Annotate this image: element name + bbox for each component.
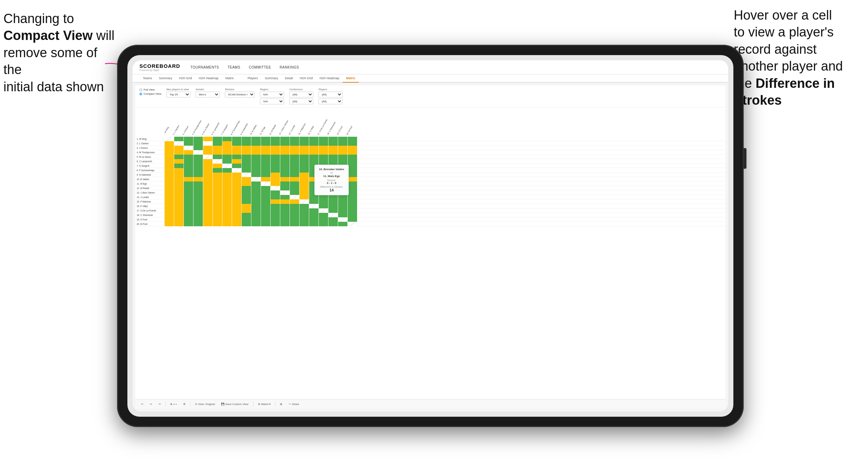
grid-cell[interactable] bbox=[251, 168, 261, 173]
grid-cell[interactable] bbox=[251, 186, 261, 190]
grid-cell[interactable] bbox=[165, 141, 174, 146]
grid-cell[interactable] bbox=[213, 199, 222, 204]
grid-cell[interactable] bbox=[319, 195, 328, 199]
grid-cell[interactable] bbox=[319, 217, 328, 222]
grid-cell[interactable] bbox=[232, 204, 242, 208]
grid-cell[interactable] bbox=[348, 190, 357, 195]
grid-cell[interactable] bbox=[261, 186, 271, 190]
tab-summary-1[interactable]: Summary bbox=[156, 74, 176, 83]
grid-cell[interactable] bbox=[280, 208, 290, 213]
grid-cell[interactable] bbox=[271, 213, 280, 217]
grid-cell[interactable] bbox=[242, 137, 251, 141]
grid-cell[interactable] bbox=[338, 213, 348, 217]
grid-cell[interactable] bbox=[271, 208, 280, 213]
grid-cell[interactable] bbox=[280, 146, 290, 150]
grid-cell[interactable] bbox=[242, 168, 251, 173]
grid-cell[interactable] bbox=[213, 141, 222, 146]
grid-cell[interactable] bbox=[338, 222, 348, 226]
grid-cell[interactable] bbox=[242, 208, 251, 213]
grid-cell[interactable] bbox=[309, 213, 319, 217]
grid-cell[interactable] bbox=[348, 217, 357, 222]
grid-cell[interactable] bbox=[300, 168, 309, 173]
tab-players[interactable]: Players bbox=[244, 74, 261, 83]
save-custom-button[interactable]: 💾 Save Custom View bbox=[219, 402, 250, 406]
grid-cell[interactable] bbox=[271, 222, 280, 226]
grid-cell[interactable] bbox=[174, 190, 184, 195]
grid-cell[interactable] bbox=[319, 146, 328, 150]
grid-cell[interactable] bbox=[290, 141, 300, 146]
grid-cell[interactable] bbox=[348, 204, 357, 208]
grid-cell[interactable] bbox=[309, 141, 319, 146]
grid-cell[interactable] bbox=[271, 141, 280, 146]
grid-cell[interactable] bbox=[271, 168, 280, 173]
nav-rankings[interactable]: RANKINGS bbox=[280, 65, 299, 69]
grid-cell[interactable] bbox=[213, 190, 222, 195]
grid-cell[interactable] bbox=[251, 146, 261, 150]
grid-cell[interactable] bbox=[213, 137, 222, 141]
grid-cell[interactable] bbox=[213, 181, 222, 186]
grid-cell[interactable] bbox=[309, 146, 319, 150]
grid-cell[interactable] bbox=[194, 173, 203, 177]
grid-cell[interactable] bbox=[165, 168, 174, 173]
grid-cell[interactable] bbox=[184, 208, 194, 213]
grid-cell[interactable] bbox=[280, 213, 290, 217]
grid-cell[interactable] bbox=[184, 190, 194, 195]
grid-cell[interactable] bbox=[203, 222, 213, 226]
full-view-radio[interactable] bbox=[139, 89, 142, 91]
grid-cell[interactable] bbox=[203, 150, 213, 155]
grid-cell[interactable] bbox=[290, 177, 300, 181]
grid-cell[interactable] bbox=[194, 186, 203, 190]
grid-cell[interactable] bbox=[194, 137, 203, 141]
division-select[interactable]: NCAA Division I bbox=[225, 92, 255, 97]
redo-2-button[interactable]: ↪ bbox=[157, 402, 163, 406]
grid-cell[interactable] bbox=[290, 164, 300, 168]
grid-cell[interactable] bbox=[280, 168, 290, 173]
grid-cell[interactable] bbox=[338, 204, 348, 208]
grid-cell[interactable] bbox=[271, 159, 280, 164]
grid-cell[interactable] bbox=[194, 217, 203, 222]
grid-cell[interactable] bbox=[222, 159, 232, 164]
grid-cell[interactable] bbox=[174, 199, 184, 204]
grid-cell[interactable] bbox=[261, 181, 271, 186]
compact-view-radio[interactable] bbox=[139, 93, 142, 95]
grid-cell[interactable] bbox=[203, 199, 213, 204]
grid-cell[interactable] bbox=[174, 137, 184, 141]
grid-cell[interactable] bbox=[251, 195, 261, 199]
zoom-button[interactable]: ⊕ •−• bbox=[168, 402, 179, 406]
grid-cell[interactable] bbox=[348, 181, 357, 186]
grid-cell[interactable] bbox=[348, 164, 357, 168]
grid-cell[interactable] bbox=[184, 195, 194, 199]
grid-cell[interactable] bbox=[222, 164, 232, 168]
grid-cell[interactable] bbox=[165, 159, 174, 164]
grid-cell[interactable] bbox=[232, 168, 242, 173]
grid-cell[interactable] bbox=[348, 177, 357, 181]
grid-cell[interactable] bbox=[290, 204, 300, 208]
grid-cell[interactable] bbox=[271, 146, 280, 150]
grid-cell[interactable] bbox=[165, 137, 174, 141]
grid-cell[interactable] bbox=[348, 146, 357, 150]
grid-cell[interactable] bbox=[300, 195, 309, 199]
grid-cell[interactable] bbox=[261, 217, 271, 222]
grid-cell[interactable] bbox=[261, 208, 271, 213]
grid-cell[interactable] bbox=[213, 168, 222, 173]
grid-cell[interactable] bbox=[222, 173, 232, 177]
grid-cell[interactable] bbox=[174, 177, 184, 181]
grid-cell[interactable] bbox=[261, 150, 271, 155]
conference-select-1[interactable]: (All) bbox=[289, 92, 313, 97]
grid-cell[interactable] bbox=[184, 204, 194, 208]
grid-cell[interactable] bbox=[290, 190, 300, 195]
grid-cell[interactable] bbox=[290, 173, 300, 177]
grid-cell[interactable] bbox=[174, 213, 184, 217]
grid-cell[interactable] bbox=[280, 173, 290, 177]
grid-cell[interactable] bbox=[300, 146, 309, 150]
grid-cell[interactable] bbox=[194, 168, 203, 173]
grid-cell[interactable] bbox=[271, 164, 280, 168]
grid-cell[interactable] bbox=[271, 177, 280, 181]
grid-cell[interactable] bbox=[309, 222, 319, 226]
grid-cell[interactable] bbox=[280, 177, 290, 181]
grid-cell[interactable] bbox=[280, 181, 290, 186]
grid-cell[interactable] bbox=[290, 213, 300, 217]
grid-cell[interactable] bbox=[261, 199, 271, 204]
grid-cell[interactable] bbox=[165, 213, 174, 217]
grid-cell[interactable] bbox=[271, 173, 280, 177]
